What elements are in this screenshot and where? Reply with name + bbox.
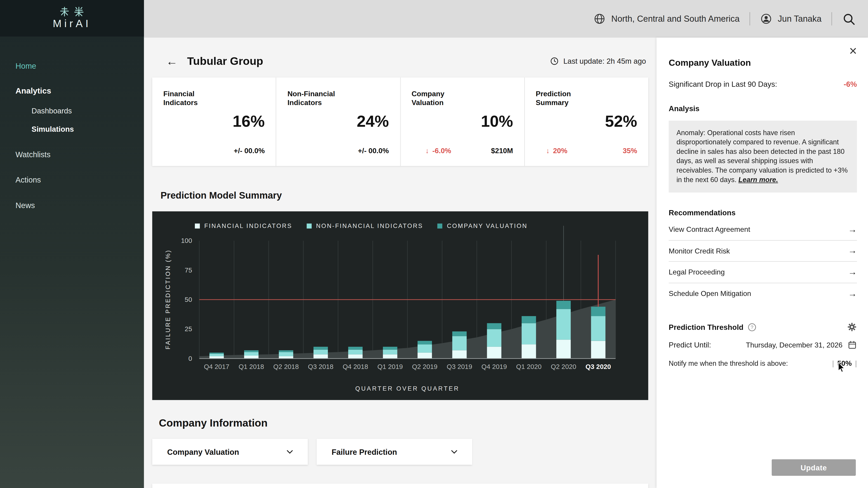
- svg-text:25: 25: [185, 325, 192, 332]
- divider: [831, 12, 832, 26]
- search-button[interactable]: [842, 12, 856, 26]
- recommendation-view-contract-agreement[interactable]: View Contract Agreement →: [669, 219, 857, 240]
- predict-until-label: Predict Until:: [669, 341, 711, 349]
- recommendations-list: View Contract Agreement → Monitor Credit…: [669, 219, 857, 304]
- page-header: ← Tubular Group Last update: 2h 45m ago: [152, 52, 648, 70]
- analysis-heading: Analysis: [669, 105, 857, 113]
- partial-section: Company Trends: [152, 484, 648, 488]
- section-title-prediction-model: Prediction Model Summary: [160, 190, 656, 202]
- analysis-box: Anomaly: Operational costs have risen di…: [669, 121, 857, 193]
- partial-section-title: Company Trends: [167, 486, 235, 488]
- learn-more-link[interactable]: Learn more.: [739, 176, 778, 184]
- slider-handle[interactable]: |: [855, 359, 857, 367]
- dropdown-company-valuation[interactable]: Company Valuation: [152, 439, 308, 465]
- globe-icon: [594, 13, 606, 25]
- down-arrow-icon: ↓: [426, 147, 429, 155]
- svg-text:Q4 2017: Q4 2017: [204, 363, 229, 370]
- predict-until-value: Thursday, December 31, 2026: [746, 341, 843, 349]
- svg-text:?: ?: [751, 324, 753, 330]
- logo-text: MirAI: [53, 18, 91, 30]
- notify-label: Notify me when the threshold is above:: [669, 359, 788, 367]
- chevron-down-icon: [285, 447, 294, 457]
- recommendation-label: Monitor Credit Risk: [669, 247, 730, 255]
- analysis-text: Anomaly: Operational costs have risen di…: [677, 129, 848, 184]
- logo[interactable]: MirAI: [0, 0, 144, 37]
- sidebar-item-analytics[interactable]: Analytics: [16, 86, 144, 96]
- kpi-card: Financial Indicators 16% +/- 00.0% Non-F…: [152, 77, 648, 166]
- kpi-label: Non-Financial Indicators: [287, 90, 353, 107]
- update-button[interactable]: Update: [772, 459, 856, 476]
- kpi-company-valuation: Company Valuation 10% ↓-6.0% $210M: [401, 77, 525, 166]
- arrow-right-icon: →: [848, 267, 857, 277]
- sidebar-item-watchlists[interactable]: Watchlists: [16, 149, 144, 159]
- panel-title: Company Valuation: [669, 58, 857, 68]
- threshold-title: Prediction Threshold: [669, 323, 743, 331]
- topbar: North, Central and South America Jun Tan…: [144, 0, 868, 38]
- recommendation-monitor-credit-risk[interactable]: Monitor Credit Risk →: [669, 240, 857, 262]
- region-selector[interactable]: North, Central and South America: [594, 13, 740, 25]
- svg-text:Q3 2020: Q3 2020: [585, 363, 611, 370]
- kpi-delta: +/- 00.0%: [358, 147, 389, 155]
- kpi-amount: $210M: [491, 147, 513, 155]
- predict-until-row: Predict Until: Thursday, December 31, 20…: [669, 340, 857, 350]
- sidebar-item-dashboards[interactable]: Dashboards: [32, 106, 144, 116]
- down-arrow-icon: ↓: [546, 147, 550, 155]
- mouse-cursor: [837, 362, 846, 373]
- svg-text:Q1 2019: Q1 2019: [377, 363, 403, 370]
- gear-icon[interactable]: [847, 322, 857, 332]
- drop-label: Significant Drop in Last 90 Days:: [669, 80, 777, 89]
- recommendation-schedule-open-mitigation[interactable]: Schedule Open Mitigation →: [669, 283, 857, 304]
- svg-text:100: 100: [181, 237, 192, 244]
- chevron-down-icon: [450, 447, 459, 457]
- recommendation-legal-proceeding[interactable]: Legal Proceeding →: [669, 262, 857, 283]
- calendar-icon[interactable]: [847, 340, 857, 350]
- prediction-chart: FINANCIAL INDICATORSNON-FINANCIAL INDICA…: [152, 212, 648, 400]
- dropdown-label: Failure Prediction: [332, 447, 397, 456]
- sidebar-item-news[interactable]: News: [16, 200, 144, 210]
- kpi-prediction-summary: Prediction Summary 52% ↓20% 35%: [525, 77, 648, 166]
- svg-text:Q1 2018: Q1 2018: [239, 363, 264, 370]
- svg-text:Q2 2019: Q2 2019: [412, 363, 438, 370]
- svg-text:Q1 2020: Q1 2020: [516, 363, 541, 370]
- sidebar: MirAI Home Analytics Dashboards Simulati…: [0, 0, 144, 488]
- recommendation-label: Schedule Open Mitigation: [669, 289, 751, 298]
- svg-text:Q4 2018: Q4 2018: [343, 363, 368, 370]
- last-update-text: Last update: 2h 45m ago: [563, 57, 646, 65]
- region-label: North, Central and South America: [611, 14, 740, 24]
- recommendations-heading: Recommendations: [669, 208, 857, 217]
- kpi-label: Financial Indicators: [163, 90, 228, 107]
- kpi-label: Company Valuation: [412, 90, 477, 107]
- user-name: Jun Tanaka: [778, 14, 822, 24]
- kpi-value: 52%: [536, 112, 637, 131]
- app-root: MirAI Home Analytics Dashboards Simulati…: [0, 0, 868, 488]
- svg-text:0: 0: [188, 355, 192, 362]
- sidebar-item-actions[interactable]: Actions: [16, 175, 144, 185]
- kpi-delta: 20%: [553, 147, 567, 155]
- sidebar-item-simulations[interactable]: Simulations: [32, 125, 144, 134]
- company-info-dropdowns: Company Valuation Failure Prediction: [152, 439, 656, 465]
- kpi-delta: -6.0%: [432, 147, 451, 155]
- section-title-company-information: Company Information: [159, 417, 657, 431]
- help-icon[interactable]: ?: [748, 323, 756, 331]
- svg-text:Q2 2018: Q2 2018: [273, 363, 299, 370]
- clock-icon: [550, 56, 559, 66]
- svg-text:Q2 2020: Q2 2020: [551, 363, 577, 370]
- page-title: Tubular Group: [187, 55, 264, 67]
- back-arrow-icon[interactable]: ←: [166, 55, 178, 67]
- dropdown-label: Company Valuation: [167, 447, 239, 456]
- svg-text:75: 75: [185, 266, 192, 274]
- chart-x-axis-label: QUARTER OVER QUARTER: [199, 385, 616, 392]
- arrow-right-icon: →: [848, 289, 857, 299]
- detail-panel: × Company Valuation Significant Drop in …: [656, 38, 868, 488]
- slider-handle[interactable]: |: [832, 359, 834, 367]
- svg-text:Q3 2019: Q3 2019: [447, 363, 472, 370]
- sidebar-item-home[interactable]: Home: [16, 61, 144, 71]
- kpi-value: 16%: [163, 112, 265, 131]
- recommendation-label: View Contract Agreement: [669, 225, 750, 234]
- recommendation-label: Legal Proceeding: [669, 268, 725, 276]
- user-menu[interactable]: Jun Tanaka: [760, 13, 822, 25]
- close-icon[interactable]: ×: [849, 44, 857, 58]
- arrow-right-icon: →: [848, 225, 857, 234]
- dropdown-failure-prediction[interactable]: Failure Prediction: [317, 439, 472, 465]
- search-icon: [842, 12, 856, 26]
